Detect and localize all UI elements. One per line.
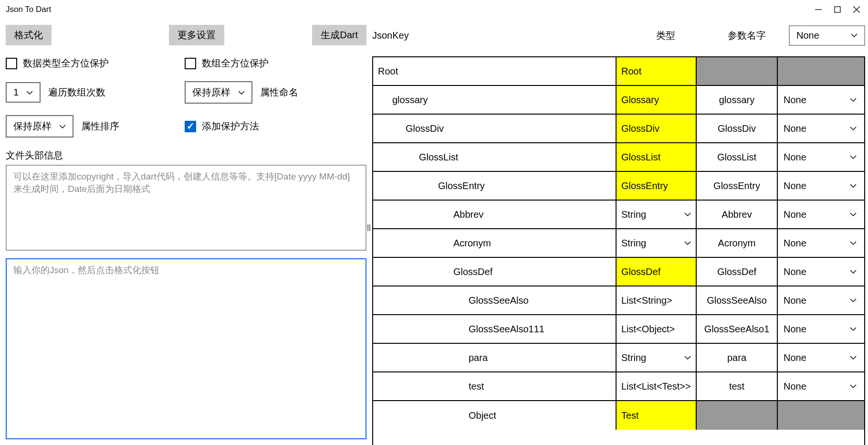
tree-key-cell[interactable]: para <box>373 344 617 371</box>
more-settings-button[interactable]: 更多设置 <box>169 25 224 45</box>
chevron-down-icon <box>850 97 857 102</box>
tree-none-cell[interactable]: None <box>778 229 864 257</box>
chevron-down-icon <box>850 155 857 159</box>
tree-none-cell[interactable]: None <box>778 315 864 343</box>
close-button[interactable] <box>853 6 860 13</box>
tree-type-cell[interactable]: GlossDiv <box>617 115 697 142</box>
array-iter-label: 遍历数组次数 <box>48 86 105 99</box>
tree-type-cell[interactable]: GlossEntry <box>617 172 697 200</box>
chevron-down-icon <box>850 327 857 331</box>
tree-param-cell[interactable]: Acronym <box>697 229 778 257</box>
header-jsonkey: JsonKey <box>372 30 625 41</box>
tree-type-cell[interactable]: String <box>617 344 697 371</box>
json-input-textarea[interactable]: 输入你的Json，然后点击格式化按钮 <box>6 258 366 439</box>
datatype-protect-label: 数据类型全方位保护 <box>23 57 109 70</box>
splitter-handle[interactable]: || <box>366 223 371 231</box>
tree-type-cell[interactable]: List<List<Test>> <box>617 372 697 400</box>
array-protect-label: 数组全方位保护 <box>202 57 269 70</box>
tree-none-cell[interactable]: None <box>778 172 864 200</box>
chevron-down-icon <box>26 90 33 95</box>
file-header-label: 文件头部信息 <box>6 149 366 162</box>
chevron-down-icon <box>850 269 857 274</box>
chevron-down-icon <box>850 355 857 360</box>
chevron-down-icon <box>684 212 691 217</box>
tree-table: RootRootglossaryGlossaryglossaryNoneGlos… <box>372 56 865 445</box>
tree-type-cell[interactable]: String <box>617 229 697 257</box>
chevron-down-icon <box>238 90 245 95</box>
tree-type-cell[interactable]: List<String> <box>617 286 697 314</box>
array-protect-checkbox[interactable] <box>185 58 196 69</box>
prop-naming-label: 属性命名 <box>260 86 298 99</box>
tree-param-cell[interactable]: para <box>697 344 778 371</box>
minimize-button[interactable] <box>815 6 822 13</box>
prop-sort-label: 属性排序 <box>81 120 119 133</box>
tree-key-cell[interactable]: GlossSeeAlso111 <box>373 315 617 343</box>
tree-key-cell[interactable]: GlossDef <box>373 258 617 286</box>
header-type: 类型 <box>625 29 706 42</box>
datatype-protect-checkbox[interactable] <box>6 58 17 69</box>
maximize-button[interactable] <box>834 6 841 13</box>
tree-key-cell[interactable]: Root <box>373 57 617 85</box>
tree-key-cell[interactable]: glossary <box>373 86 617 114</box>
tree-row: AbbrevStringAbbrevNone <box>373 201 864 229</box>
tree-row: ObjectTest <box>373 401 864 430</box>
top-none-select[interactable]: None <box>789 25 865 46</box>
tree-type-cell[interactable]: Root <box>617 57 697 85</box>
add-protect-label: 添加保护方法 <box>202 120 259 133</box>
chevron-down-icon <box>850 212 857 217</box>
tree-type-cell[interactable]: GlossList <box>617 143 697 171</box>
tree-key-cell[interactable]: GlossList <box>373 143 617 171</box>
generate-dart-button[interactable]: 生成Dart <box>312 25 366 45</box>
chevron-down-icon <box>684 241 691 245</box>
chevron-down-icon <box>850 384 857 389</box>
tree-param-cell[interactable]: test <box>697 372 778 400</box>
tree-none-cell[interactable]: None <box>778 258 864 286</box>
tree-key-cell[interactable]: GlossDiv <box>373 115 617 142</box>
tree-none-cell[interactable]: None <box>778 344 864 371</box>
tree-row: testList<List<Test>>testNone <box>373 372 864 401</box>
tree-row: AcronymStringAcronymNone <box>373 229 864 258</box>
tree-row: RootRoot <box>373 57 864 86</box>
tree-type-cell[interactable]: String <box>617 201 697 228</box>
array-iter-select[interactable]: 1 <box>6 82 41 103</box>
tree-type-cell[interactable]: List<Object> <box>617 315 697 343</box>
tree-none-cell[interactable]: None <box>778 86 864 114</box>
tree-none-cell <box>778 57 864 85</box>
chevron-down-icon <box>59 124 66 129</box>
tree-param-cell[interactable]: glossary <box>697 86 778 114</box>
tree-param-cell[interactable]: GlossEntry <box>697 172 778 200</box>
tree-key-cell[interactable]: GlossSeeAlso <box>373 286 617 314</box>
tree-param-cell[interactable]: GlossSeeAlso1 <box>697 315 778 343</box>
tree-none-cell[interactable]: None <box>778 286 864 314</box>
tree-type-cell[interactable]: GlossDef <box>617 258 697 286</box>
svg-rect-1 <box>835 7 840 12</box>
window-title: Json To Dart <box>6 5 51 14</box>
chevron-down-icon <box>850 241 857 245</box>
tree-param-cell <box>697 401 778 430</box>
header-paramname: 参数名字 <box>706 29 787 42</box>
tree-row: GlossSeeAlsoList<String>GlossSeeAlsoNone <box>373 286 864 315</box>
tree-none-cell[interactable]: None <box>778 143 864 171</box>
tree-type-cell[interactable]: Glossary <box>617 86 697 114</box>
tree-param-cell[interactable]: GlossDiv <box>697 115 778 142</box>
tree-none-cell[interactable]: None <box>778 201 864 228</box>
prop-naming-select[interactable]: 保持原样 <box>185 81 252 104</box>
tree-param-cell[interactable]: GlossList <box>697 143 778 171</box>
tree-param-cell[interactable]: Abbrev <box>697 201 778 228</box>
tree-type-cell[interactable]: Test <box>617 401 697 430</box>
tree-none-cell[interactable]: None <box>778 372 864 400</box>
tree-key-cell[interactable]: GlossEntry <box>373 172 617 200</box>
tree-key-cell[interactable]: test <box>373 372 617 400</box>
prop-sort-select[interactable]: 保持原样 <box>6 115 73 138</box>
tree-param-cell[interactable]: GlossSeeAlso <box>697 286 778 314</box>
file-header-textarea[interactable]: 可以在这里添加copyright，导入dart代码，创建人信息等等。支持[Dat… <box>6 165 366 251</box>
tree-none-cell[interactable]: None <box>778 115 864 142</box>
tree-param-cell[interactable]: GlossDef <box>697 258 778 286</box>
tree-key-cell[interactable]: Acronym <box>373 229 617 257</box>
tree-row: glossaryGlossaryglossaryNone <box>373 86 864 115</box>
tree-key-cell[interactable]: Abbrev <box>373 201 617 228</box>
format-button[interactable]: 格式化 <box>6 25 52 45</box>
tree-key-cell[interactable]: Object <box>373 401 617 430</box>
chevron-down-icon <box>851 33 858 38</box>
add-protect-checkbox[interactable] <box>185 121 196 132</box>
